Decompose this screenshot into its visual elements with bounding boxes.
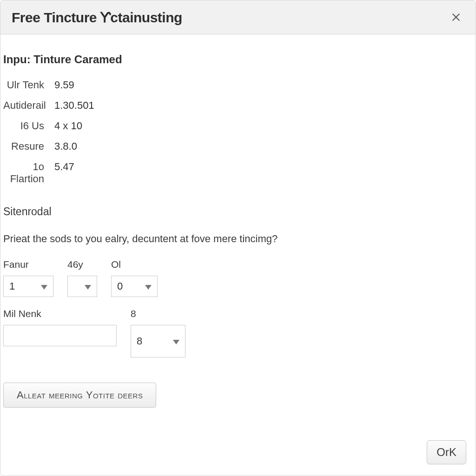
ol-value: 0 bbox=[117, 280, 123, 292]
info-row: Autiderail 1.30.501 bbox=[3, 99, 473, 112]
info-value: 3.8.0 bbox=[54, 140, 77, 152]
chevron-down-icon bbox=[41, 280, 47, 292]
eight-value: 8 bbox=[137, 335, 142, 347]
info-row: Ulr Tenk 9.59 bbox=[3, 79, 473, 91]
dialog-title: Free Tincture Ƴctainusting bbox=[12, 9, 182, 26]
eight-select[interactable]: 8 bbox=[131, 325, 185, 357]
eight-label: 8 bbox=[131, 308, 185, 319]
sub-heading: Sitenrodal bbox=[3, 205, 473, 218]
info-row: 1o Flartion 5.47 bbox=[3, 161, 473, 185]
dialog-footer: OrK bbox=[427, 440, 466, 464]
fanur-value: 1 bbox=[9, 280, 15, 292]
chevron-down-icon bbox=[145, 280, 152, 292]
svg-marker-5 bbox=[173, 340, 179, 344]
input-section-heading: Inpu: Tinture Caramed bbox=[3, 53, 473, 66]
field-ol: Ol 0 bbox=[111, 259, 158, 297]
fanur-select[interactable]: 1 bbox=[3, 276, 53, 297]
field-mil-nenk: Mil Nenk bbox=[3, 308, 117, 357]
field-46y: 46y bbox=[67, 259, 97, 297]
info-row: I6 Us 4 x 10 bbox=[3, 120, 473, 132]
fanur-label: Fanur bbox=[3, 259, 53, 270]
close-icon bbox=[451, 12, 461, 22]
chevron-down-icon bbox=[85, 280, 91, 292]
alleat-meering-button[interactable]: Alleat meering Yotite deers bbox=[3, 383, 156, 408]
info-label: Ulr Tenk bbox=[3, 79, 54, 91]
prompt-text: Prieat the sods to you ealry, decuntent … bbox=[3, 233, 473, 245]
info-value: 5.47 bbox=[54, 161, 74, 173]
form-row-2: Mil Nenk 8 8 bbox=[3, 308, 473, 357]
dialog-window: Free Tincture Ƴctainusting Inpu: Tinture… bbox=[0, 0, 476, 476]
info-row: Resure 3.8.0 bbox=[3, 140, 473, 152]
info-value: 4 x 10 bbox=[54, 120, 82, 132]
info-value: 9.59 bbox=[54, 79, 74, 91]
mil-nenk-label: Mil Nenk bbox=[3, 308, 117, 319]
info-table: Ulr Tenk 9.59 Autiderail 1.30.501 I6 Us … bbox=[3, 79, 473, 185]
f46y-select[interactable] bbox=[67, 276, 97, 297]
info-label: Resure bbox=[3, 140, 54, 152]
info-value: 1.30.501 bbox=[54, 99, 94, 112]
field-eight: 8 8 bbox=[131, 308, 185, 357]
svg-marker-3 bbox=[85, 285, 91, 290]
ol-select[interactable]: 0 bbox=[111, 276, 158, 297]
info-label: I6 Us bbox=[3, 120, 54, 132]
f46y-label: 46y bbox=[67, 259, 97, 270]
close-button[interactable] bbox=[448, 9, 464, 26]
form-row-1: Fanur 1 46y Ol bbox=[3, 259, 473, 297]
ok-button[interactable]: OrK bbox=[427, 440, 466, 464]
ol-label: Ol bbox=[111, 259, 158, 270]
info-label: 1o Flartion bbox=[3, 161, 54, 185]
field-fanur: Fanur 1 bbox=[3, 259, 53, 297]
dialog-body: Inpu: Tinture Caramed Ulr Tenk 9.59 Auti… bbox=[0, 34, 476, 476]
info-label: Autiderail bbox=[3, 99, 54, 112]
titlebar: Free Tincture Ƴctainusting bbox=[0, 0, 476, 34]
svg-marker-2 bbox=[41, 285, 47, 290]
svg-marker-4 bbox=[145, 285, 152, 290]
chevron-down-icon bbox=[173, 335, 179, 347]
mil-nenk-input[interactable] bbox=[3, 325, 117, 346]
